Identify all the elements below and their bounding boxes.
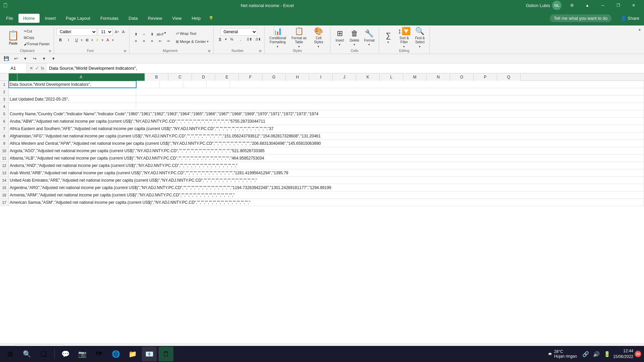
orientation-arrow[interactable]: ▾ bbox=[164, 31, 166, 37]
row-header-1[interactable]: 1 bbox=[0, 81, 9, 88]
sum-button[interactable]: ∑ ▾ bbox=[382, 28, 395, 47]
collapse-ribbon-button[interactable]: ▲ bbox=[638, 27, 641, 31]
cell-D1[interactable] bbox=[183, 81, 207, 88]
search-box[interactable]: Tell me what you want to do bbox=[550, 14, 611, 22]
tray-battery-icon[interactable]: 🔋 bbox=[602, 351, 612, 357]
format-button[interactable]: 🔧 Format ▾ bbox=[363, 28, 376, 47]
col-header-A[interactable]: A bbox=[17, 73, 145, 81]
taskbar-mail-app[interactable]: 📧 bbox=[142, 347, 157, 361]
insert-button[interactable]: ⊞ Insert ▾ bbox=[333, 28, 346, 47]
bold-button[interactable]: B bbox=[57, 37, 64, 43]
borders-arrow[interactable]: ▾ bbox=[91, 38, 93, 42]
cell-A17[interactable]: American Samoa,"ASM","Adjusted net natio… bbox=[9, 199, 644, 206]
alignment-expand-icon[interactable]: ⊞ bbox=[208, 49, 211, 53]
font-color-arrow[interactable]: ▾ bbox=[112, 38, 114, 42]
cell-A4[interactable] bbox=[9, 103, 136, 110]
align-middle-button[interactable]: ↔ bbox=[140, 31, 148, 37]
cell-A1[interactable]: Data Source,"World Development Indicator… bbox=[9, 81, 136, 88]
find-select-arrow[interactable]: ▾ bbox=[419, 45, 421, 48]
cell-A8[interactable]: Afghanistan,"AFG","Adjusted net national… bbox=[9, 132, 644, 139]
number-format-select[interactable]: General bbox=[220, 28, 257, 36]
row-header-16[interactable]: 16 bbox=[0, 191, 9, 198]
underline-button[interactable]: U bbox=[73, 37, 80, 43]
cell-styles-arrow[interactable]: ▾ bbox=[318, 45, 319, 48]
menu-data[interactable]: Data bbox=[124, 14, 142, 23]
align-bottom-button[interactable]: ⬇ bbox=[148, 31, 156, 37]
avatar[interactable]: GL bbox=[552, 1, 561, 10]
cell-name-box[interactable] bbox=[0, 63, 27, 73]
col-header-N[interactable]: N bbox=[427, 73, 450, 81]
cell-C1[interactable] bbox=[160, 81, 183, 88]
conditional-formatting-button[interactable]: 📊 ConditionalFormatting ▾ bbox=[267, 28, 288, 47]
borders-button[interactable]: ⊞ bbox=[83, 37, 91, 43]
row-header-5[interactable]: 5 bbox=[0, 110, 9, 117]
find-select-button[interactable]: 🔍 Find &Select ▾ bbox=[413, 28, 427, 47]
conditional-formatting-arrow[interactable]: ▾ bbox=[277, 45, 278, 48]
row-header-10[interactable]: 10 bbox=[0, 147, 9, 154]
confirm-formula-icon[interactable]: ✓ bbox=[35, 65, 40, 71]
menu-help[interactable]: Help bbox=[187, 14, 205, 23]
sort-filter-button[interactable]: ↕🔽 Sort &Filter ▾ bbox=[396, 28, 412, 47]
format-arrow[interactable]: ▾ bbox=[368, 43, 370, 46]
start-button[interactable]: ⊞ bbox=[3, 347, 17, 361]
col-header-C[interactable]: C bbox=[168, 73, 192, 81]
fill-color-arrow[interactable]: ▾ bbox=[102, 38, 103, 42]
clock-widget[interactable]: 12:44 15/06/2022 bbox=[613, 348, 633, 360]
col-header-D[interactable]: D bbox=[192, 73, 215, 81]
cell-F1-rest[interactable] bbox=[230, 81, 644, 88]
font-expand-icon[interactable]: ⊞ bbox=[124, 49, 126, 53]
cell-A7[interactable]: Africa Eastern and Southern,"AFE","Adjus… bbox=[9, 125, 644, 132]
cell-A9[interactable]: Africa Western and Central,"AFW","Adjust… bbox=[9, 140, 644, 147]
search-button[interactable]: 🔍 bbox=[19, 347, 34, 361]
restore-btn[interactable]: ❐ bbox=[610, 0, 626, 11]
col-header-O[interactable]: O bbox=[450, 73, 474, 81]
cell-A15[interactable]: Argentina,"ARG","Adjusted net national i… bbox=[9, 184, 644, 191]
redo-button[interactable]: ↪ bbox=[31, 55, 38, 62]
row-header-6[interactable]: 6 bbox=[0, 118, 9, 125]
cell-A5[interactable]: Country Name,"Country Code","Indicator N… bbox=[9, 110, 644, 117]
col-header-Q[interactable]: Q bbox=[497, 73, 521, 81]
sum-arrow[interactable]: ▾ bbox=[387, 41, 389, 44]
cell-rest-3[interactable] bbox=[136, 96, 644, 103]
row-header-8[interactable]: 8 bbox=[0, 132, 9, 139]
menu-home[interactable]: Home bbox=[18, 14, 40, 23]
increase-decimal-button[interactable]: .0⬆ bbox=[246, 36, 253, 42]
col-header-F[interactable]: F bbox=[239, 73, 262, 81]
col-header-I[interactable]: I bbox=[309, 73, 333, 81]
number-expand-icon[interactable]: ⊞ bbox=[259, 49, 262, 53]
cell-A3[interactable]: Last Updated Date,"2022-05-25", bbox=[9, 96, 136, 103]
merge-arrow[interactable]: ▾ bbox=[207, 40, 209, 43]
save-button[interactable]: 💾 bbox=[3, 55, 10, 62]
redo-dropdown[interactable]: ▾ bbox=[40, 55, 48, 62]
copy-button[interactable]: ⧉ Copy bbox=[22, 35, 51, 41]
decrease-font-button[interactable]: A- bbox=[121, 29, 126, 35]
decrease-indent-button[interactable]: ⇐ bbox=[156, 38, 164, 44]
accounting-arrow[interactable]: ▾ bbox=[225, 38, 227, 41]
close-btn[interactable]: ✕ bbox=[626, 0, 641, 11]
row-header-17[interactable]: 17 bbox=[0, 199, 9, 206]
cell-A2[interactable] bbox=[9, 88, 136, 95]
cell-A14[interactable]: United Arab Emirates,"ARE","Adjusted net… bbox=[9, 177, 644, 184]
italic-button[interactable]: I bbox=[65, 37, 72, 43]
col-header-H[interactable]: H bbox=[286, 73, 309, 81]
cell-styles-button[interactable]: 🎨 CellStyles ▾ bbox=[310, 28, 327, 47]
row-header-3[interactable]: 3 bbox=[0, 96, 9, 103]
tray-volume-icon[interactable]: 🔊 bbox=[592, 351, 601, 357]
tray-network-icon[interactable]: 🔗 bbox=[581, 351, 590, 357]
delete-arrow[interactable]: ▾ bbox=[354, 43, 355, 46]
col-header-B[interactable]: B bbox=[145, 73, 168, 81]
notification-badge[interactable]: 20 bbox=[635, 351, 641, 357]
task-view-button[interactable]: ❏ bbox=[36, 347, 51, 361]
align-center-button[interactable]: ≡ bbox=[140, 38, 148, 44]
row-header-12[interactable]: 12 bbox=[0, 162, 9, 169]
cell-A16[interactable]: Armenia,"ARM","Adjusted net national inc… bbox=[9, 191, 644, 198]
row-header-7[interactable]: 7 bbox=[0, 125, 9, 132]
delete-button[interactable]: 🗑 Delete ▾ bbox=[348, 28, 361, 47]
col-header-M[interactable]: M bbox=[403, 73, 427, 81]
minimize-btn[interactable]: ─ bbox=[595, 0, 610, 11]
font-size-select[interactable]: 11 bbox=[98, 28, 113, 36]
taskbar-maps-app[interactable]: 🗺 bbox=[92, 347, 106, 361]
taskbar-camera-app[interactable]: 📷 bbox=[75, 347, 90, 361]
row-header-11[interactable]: 11 bbox=[0, 155, 9, 162]
align-top-button[interactable]: ⬆ bbox=[132, 31, 140, 37]
